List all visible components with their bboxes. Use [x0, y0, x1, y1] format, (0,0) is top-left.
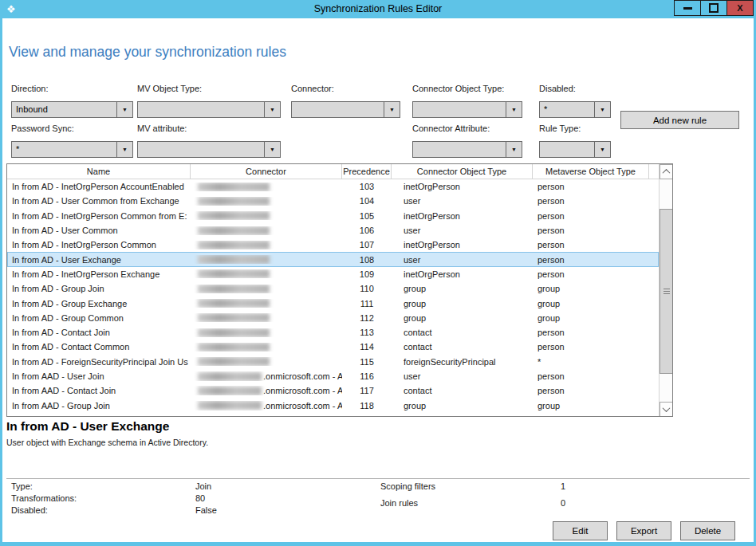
cell-cot: inetOrgPerson [392, 182, 533, 191]
redacted-connector-blur [198, 299, 270, 308]
table-row-selected[interactable]: In from AD - User Exchange108userperson [7, 252, 659, 266]
cell-mot: person [533, 269, 649, 279]
export-button[interactable]: Export [616, 521, 671, 540]
chevron-down-icon[interactable]: ▼ [506, 142, 522, 157]
connector-object-type-select[interactable]: ▼ [412, 101, 522, 118]
cell-name: In from AD - Group Join [7, 284, 191, 293]
cell-conn [191, 197, 342, 206]
table-row[interactable]: In from AAD - Contact Join.onmicrosoft.c… [7, 383, 659, 398]
mv-attribute-select[interactable]: ▼ [137, 141, 281, 158]
column-header[interactable]: Connector Object Type [392, 164, 533, 179]
table-row[interactable]: In from AD - Group Exchange111groupgroup [7, 296, 659, 310]
redacted-connector-blur [198, 372, 262, 381]
cell-cot: user [392, 226, 533, 235]
filter-connector-attribute-label: Connector Attribute: [412, 124, 522, 135]
column-header[interactable]: Connector [191, 164, 342, 179]
table-row[interactable]: In from AD - InetOrgPerson AccountEnable… [7, 179, 659, 194]
table-row[interactable]: In from AAD - User Join.onmicrosoft.com … [7, 369, 659, 383]
mv-attribute-value [138, 142, 264, 157]
cell-conn [191, 343, 342, 352]
cell-name: In from AD - InetOrgPerson Common [7, 240, 191, 249]
table-row[interactable]: In from AD - Contact Common114contactper… [7, 340, 659, 354]
table-row[interactable]: In from AD - Group Common112groupgroup [7, 311, 659, 325]
delete-button[interactable]: Delete [680, 521, 735, 540]
cell-prec: 117 [342, 386, 392, 395]
cell-conn: M365x828196.onmicrosoft.com - AAD [191, 415, 342, 417]
column-header[interactable]: Name [7, 164, 191, 179]
cell-name: In from AD - Group Common [7, 313, 191, 323]
filter-connector-label: Connector: [291, 84, 400, 95]
cell-cot: contact [392, 342, 533, 352]
close-button[interactable]: X [726, 0, 754, 16]
cell-cot: foreignSecurityPrincipal [392, 357, 533, 367]
scroll-up-button[interactable] [660, 164, 673, 179]
filter-connector: Connector: ▼ [291, 84, 400, 118]
filter-mv-attribute-label: MV attribute: [137, 124, 281, 135]
title-bar[interactable]: ❖ Synchronization Rules Editor X [0, 0, 756, 18]
scrollbar-thumb[interactable] [660, 209, 673, 374]
mv-object-type-select[interactable]: ▼ [137, 101, 281, 118]
chevron-down-icon[interactable]: ▼ [594, 142, 610, 157]
column-header[interactable]: Metaverse Object Type [533, 164, 649, 179]
cell-mot: person [533, 371, 649, 381]
chevron-down-icon[interactable]: ▼ [116, 102, 132, 117]
cell-mot: group [533, 313, 649, 323]
filter-disabled-label: Disabled: [539, 84, 611, 95]
join-rules-value: 0 [561, 498, 565, 508]
column-header[interactable]: Precedence [342, 164, 392, 179]
chevron-up-icon [663, 169, 671, 177]
redacted-connector-blur [198, 197, 270, 206]
table-row[interactable]: In from AD - InetOrgPerson Exchange109in… [7, 267, 659, 281]
cell-cot: group [392, 401, 533, 410]
chevron-down-icon[interactable]: ▼ [594, 102, 610, 117]
disabled-select[interactable]: * ▼ [539, 101, 611, 118]
redacted-connector-blur [198, 401, 262, 410]
scroll-down-button[interactable] [660, 402, 673, 417]
rule-type-select[interactable]: ▼ [539, 141, 611, 158]
table-row[interactable]: In from AD - Group Join110groupgroup [7, 281, 659, 296]
connector-attribute-select[interactable]: ▼ [412, 141, 522, 158]
detail-divider [6, 478, 750, 479]
direction-select[interactable]: Inbound ▼ [11, 101, 133, 118]
table-row[interactable]: In from AAD - User NGCKeyM365x828196.onm… [7, 413, 659, 417]
chevron-down-icon[interactable]: ▼ [264, 142, 280, 157]
connector-visible-text: .onmicrosoft.com - AAD [263, 371, 342, 381]
cell-conn [191, 269, 342, 278]
transformations-label: Transformations: [11, 493, 77, 503]
table-row[interactable]: In from AD - InetOrgPerson Common107inet… [7, 238, 659, 252]
vertical-scrollbar[interactable] [659, 164, 673, 417]
table-row[interactable]: In from AD - User Common106userperson [7, 223, 659, 238]
cell-conn: .onmicrosoft.com - AAD [191, 401, 342, 410]
table-row[interactable]: In from AD - ForeignSecurityPrincipal Jo… [7, 355, 659, 369]
chevron-down-icon[interactable]: ▼ [506, 102, 522, 117]
filter-rule-type: Rule Type: ▼ [539, 124, 611, 158]
cell-mot: person [533, 328, 649, 337]
add-new-rule-button[interactable]: Add new rule [620, 111, 739, 129]
rules-table: NameConnectorPrecedenceConnector Object … [6, 163, 673, 417]
minimize-button[interactable] [674, 0, 701, 16]
redacted-connector-blur [198, 313, 270, 322]
cell-cot: inetOrgPerson [392, 240, 533, 249]
mv-object-type-value [138, 102, 264, 117]
cell-name: In from AD - User Common [7, 226, 191, 235]
filter-mv-attribute: MV attribute: ▼ [137, 124, 281, 158]
table-row[interactable]: In from AD - Contact Join113contactperso… [7, 325, 659, 340]
grip-icon [663, 289, 670, 295]
table-row[interactable]: In from AD - InetOrgPerson Common from E… [7, 209, 659, 223]
cell-conn [191, 299, 342, 308]
chevron-down-icon [663, 404, 671, 412]
connector-select[interactable]: ▼ [291, 101, 400, 118]
type-value: Join [195, 481, 211, 491]
cell-mot: group [533, 401, 649, 410]
maximize-button[interactable] [700, 0, 727, 16]
chevron-down-icon[interactable]: ▼ [384, 102, 400, 117]
password-sync-select[interactable]: * ▼ [11, 141, 133, 158]
table-row[interactable]: In from AAD - Group Join.onmicrosoft.com… [7, 398, 659, 412]
chevron-down-icon[interactable]: ▼ [116, 142, 132, 157]
filter-password-sync: Password Sync: * ▼ [11, 124, 133, 158]
table-row[interactable]: In from AD - User Common from Exchange10… [7, 194, 659, 208]
edit-button[interactable]: Edit [553, 521, 608, 540]
scoping-filters-label: Scoping filters [380, 481, 435, 491]
chevron-down-icon[interactable]: ▼ [264, 102, 280, 117]
cell-conn [191, 241, 342, 249]
